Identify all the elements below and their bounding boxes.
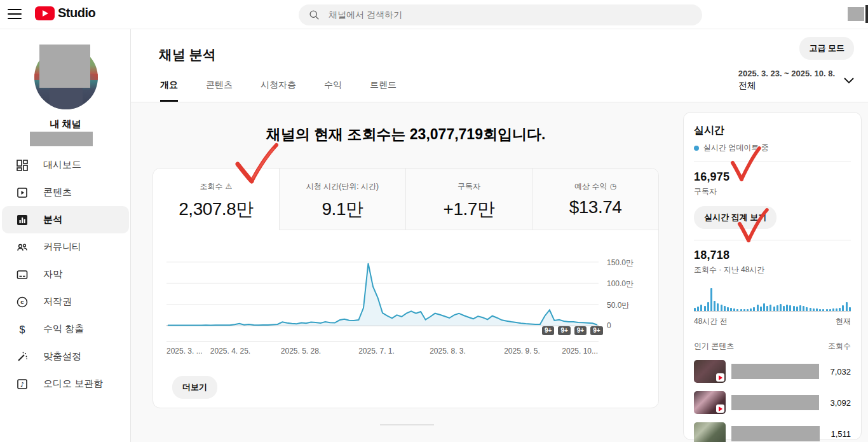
- overflow-badge[interactable]: 9+: [558, 326, 570, 335]
- popular-video-row[interactable]: 1,511: [694, 422, 851, 442]
- video-views: 7,032: [830, 367, 851, 376]
- metric-label: 예상 수익: [574, 182, 607, 191]
- see-more-button[interactable]: 더보기: [172, 376, 217, 399]
- sidebar-item-label: 자막: [43, 268, 62, 280]
- tab-overview[interactable]: 개요: [160, 79, 178, 102]
- monetization-icon: $: [15, 322, 29, 336]
- sidebar-item-label: 커뮤니티: [43, 241, 81, 253]
- video-views: 1,511: [831, 429, 851, 439]
- content-divider: [380, 424, 434, 425]
- tab-audience[interactable]: 시청자층: [261, 79, 296, 102]
- sidebar-item-label: 맞춤설정: [43, 350, 81, 363]
- sidebar-item-label: 콘텐츠: [43, 186, 72, 198]
- realtime-status: 실시간 업데이트 중: [694, 142, 851, 153]
- page-title: 채널 분석: [159, 46, 216, 64]
- shorts-icon: [716, 373, 724, 382]
- sidebar-nav: 대시보드 콘텐츠 분석 커뮤니티: [0, 151, 131, 397]
- sidebar-item-subtitles[interactable]: 자막: [0, 261, 131, 288]
- x-axis-tick: 2025. 3. ...: [166, 347, 203, 356]
- sidebar-item-audio-library[interactable]: ♪ 오디오 보관함: [0, 370, 131, 397]
- youtube-studio-analytics-page: Studio 채널에서 검색하기 내 채널 대시보드: [0, 0, 868, 442]
- sidebar-item-analytics[interactable]: 분석: [2, 206, 129, 233]
- metric-tabs-row: 조회수⚠ 2,307.8만 시청 시간(단위: 시간) 9.1만 구독자 +1.…: [153, 169, 658, 230]
- overflow-badge[interactable]: 9+: [574, 326, 587, 335]
- metric-estimated-revenue[interactable]: 예상 수익◷ $13.74: [532, 169, 658, 230]
- video-thumbnail: [694, 360, 726, 383]
- video-title-redaction-box: [731, 364, 819, 379]
- video-thumbnail: [694, 391, 726, 414]
- metric-value: 2,307.8만: [153, 197, 279, 221]
- metric-value: +1.7만: [406, 197, 532, 221]
- avatar-redaction-box: [39, 45, 90, 88]
- tab-revenue[interactable]: 수익: [324, 79, 342, 102]
- popular-video-row[interactable]: 7,032: [694, 360, 851, 383]
- metric-label: 조회수: [200, 182, 223, 191]
- video-title-redaction-box: [731, 426, 820, 441]
- channel-name-redaction-box: [30, 132, 93, 146]
- advanced-mode-button[interactable]: 고급 모드: [799, 37, 854, 60]
- realtime-chart-baseline: [694, 311, 851, 312]
- metric-subscribers[interactable]: 구독자 +1.7만: [405, 169, 532, 230]
- realtime-views-value: 18,718: [694, 249, 851, 262]
- sidebar-item-customization[interactable]: 맞춤설정: [0, 343, 131, 370]
- audio-library-icon: ♪: [15, 377, 29, 391]
- search-input[interactable]: 채널에서 검색하기: [299, 4, 702, 25]
- x-axis-tick: 2025. 5. 28.: [281, 347, 321, 356]
- metric-label: 시청 시간(단위: 시간): [306, 182, 379, 191]
- sidebar-item-label: 분석: [43, 214, 62, 226]
- popular-title: 인기 콘텐츠: [694, 341, 734, 352]
- sidebar-item-community[interactable]: 커뮤니티: [0, 233, 131, 261]
- realtime-card: 실시간 실시간 업데이트 중 16,975 구독자 실시간 집계 보기 18,7…: [683, 112, 862, 440]
- axis-left-label: 48시간 전: [694, 316, 728, 327]
- x-axis-tick: 2025. 9. 5.: [504, 347, 540, 356]
- shorts-icon: [716, 404, 724, 413]
- popular-views-label: 조회수: [828, 341, 851, 352]
- sidebar-item-monetization[interactable]: $ 수익 창출: [0, 315, 131, 343]
- x-axis-tick: 2025. 8. 3.: [430, 347, 466, 356]
- overflow-badge[interactable]: 9+: [590, 326, 602, 335]
- metric-value: $13.74: [532, 197, 658, 218]
- youtube-studio-logo[interactable]: Studio: [35, 6, 95, 20]
- views-line-chart[interactable]: [166, 245, 599, 328]
- warning-icon: ⚠: [226, 182, 233, 191]
- video-views: 3,092: [830, 398, 851, 408]
- edge-cutoff-element: [865, 5, 868, 23]
- metric-views[interactable]: 조회수⚠ 2,307.8만: [153, 169, 279, 230]
- metric-value: 9.1만: [280, 197, 405, 221]
- sidebar-item-copyright[interactable]: c 저작권: [0, 288, 131, 315]
- overflow-badges: 9+ 9+ 9+ 9+: [542, 326, 603, 335]
- video-thumbnail: [694, 422, 726, 442]
- date-scope-text: 전체: [738, 80, 835, 92]
- y-axis-tick: 100.0만: [607, 279, 634, 289]
- metric-watch-time[interactable]: 시청 시간(단위: 시간) 9.1만: [279, 169, 405, 230]
- popular-video-row[interactable]: 3,092: [694, 391, 851, 414]
- overflow-badge[interactable]: 9+: [542, 326, 554, 335]
- y-axis-tick: 0: [607, 321, 611, 330]
- date-range-selector[interactable]: 2025. 3. 23. ~ 2025. 10. 8. 전체: [738, 69, 835, 92]
- dashboard-icon: [15, 158, 29, 172]
- tab-content[interactable]: 콘텐츠: [206, 79, 233, 102]
- realtime-title: 실시간: [694, 124, 851, 137]
- clock-icon: ◷: [609, 182, 616, 191]
- realtime-bar-chart[interactable]: [694, 286, 851, 311]
- sidebar-item-label: 대시보드: [43, 159, 81, 171]
- sidebar-item-content[interactable]: 콘텐츠: [0, 179, 131, 206]
- svg-text:$: $: [20, 324, 25, 335]
- svg-text:♪: ♪: [20, 381, 24, 388]
- page-header: 채널 분석 개요 콘텐츠 시청자층 수익 트렌드 고급 모드 2025. 3. …: [131, 29, 868, 102]
- account-avatar[interactable]: [848, 7, 864, 21]
- my-channel-label: 내 채널: [0, 118, 131, 130]
- y-axis-tick: 50.0만: [607, 300, 629, 311]
- tab-trends[interactable]: 트렌드: [370, 79, 397, 102]
- realtime-views-label: 조회수 · 지난 48시간: [694, 265, 851, 275]
- realtime-chart-axis: 48시간 전 현재: [694, 316, 851, 327]
- menu-icon[interactable]: [8, 8, 22, 20]
- chevron-down-icon[interactable]: [844, 78, 854, 84]
- see-live-count-button[interactable]: 실시간 집계 보기: [694, 206, 776, 229]
- x-axis-line: [166, 342, 599, 342]
- live-dot-icon: [694, 146, 699, 151]
- analytics-tabs: 개요 콘텐츠 시청자층 수익 트렌드: [160, 79, 397, 102]
- current-views-headline: 채널의 현재 조회수는 23,077,719회입니다.: [153, 125, 659, 144]
- sidebar-item-dashboard[interactable]: 대시보드: [0, 151, 131, 179]
- brand-text: Studio: [58, 6, 95, 20]
